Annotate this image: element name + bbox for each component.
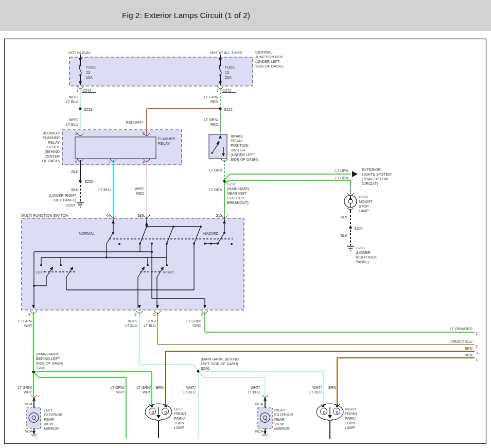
svg-text:LIGHTS SYSTEM: LIGHTS SYSTEM bbox=[362, 172, 392, 177]
svg-text:EXTERIOR: EXTERIOR bbox=[274, 412, 293, 417]
svg-text:NCA: NCA bbox=[25, 429, 32, 434]
svg-text:LT BLU: LT BLU bbox=[248, 390, 260, 394]
relay-pin-5: 5 bbox=[75, 160, 77, 164]
brake-switch-label: BRAKE bbox=[231, 134, 243, 139]
svg-text:LT GRN: LT GRN bbox=[335, 176, 348, 180]
mfs-pin-44: 44 bbox=[106, 213, 110, 218]
connector-c243-link[interactable]: C243 bbox=[82, 88, 91, 93]
nca-label: NCA bbox=[25, 402, 32, 406]
svg-text:LT GRN/: LT GRN/ bbox=[17, 385, 32, 390]
svg-text:LT GRN: LT GRN bbox=[209, 187, 222, 192]
mfs-pin-511: 511 bbox=[216, 213, 222, 218]
svg-text:LT GRN: LT GRN bbox=[335, 168, 348, 173]
connector-c242-link[interactable]: C242 bbox=[222, 88, 231, 93]
pin-1-right: 1 bbox=[216, 88, 218, 93]
svg-text:LT BLU: LT BLU bbox=[183, 390, 196, 394]
mfs-title: MULTI-FUNCTION SWITCH bbox=[21, 213, 68, 218]
exit-1-num: 1 bbox=[476, 331, 478, 336]
right-mirror-label: RIGHT bbox=[274, 408, 286, 412]
svg-text:TURN: TURN bbox=[174, 421, 184, 425]
exit-4-label: BRN bbox=[465, 353, 472, 357]
svg-text:FLASHER: FLASHER bbox=[43, 135, 60, 140]
svg-text:LT BLU: LT BLU bbox=[144, 323, 156, 328]
wiring-diagram-page: Fig 2: Exterior Lamps Circuit (1 of 2) bbox=[0, 0, 491, 448]
svg-text:LT BLU: LT BLU bbox=[66, 122, 78, 127]
flasher-relay-block bbox=[62, 130, 182, 165]
svg-text:WHT: WHT bbox=[24, 323, 33, 328]
g203-right-note: (LOWER bbox=[356, 250, 371, 255]
cjb-label: CENTRAL bbox=[255, 50, 273, 55]
svg-text:LT BLU: LT BLU bbox=[309, 390, 322, 394]
svg-text:BREAKOUT): BREAKOUT) bbox=[227, 200, 249, 205]
svg-text:VIEW: VIEW bbox=[274, 422, 284, 426]
svg-text:ORG: ORG bbox=[192, 323, 201, 328]
svg-text:NCA: NCA bbox=[255, 429, 263, 434]
svg-text:OF DASH): OF DASH) bbox=[42, 159, 60, 163]
feed-right-label: HOT AT ALL TIMES bbox=[210, 50, 242, 55]
wiring-diagram-canvas: HOT IN RUN HOT AT ALL TIMES FUSE 23 10A … bbox=[0, 0, 491, 448]
svg-text:10A: 10A bbox=[86, 75, 93, 80]
brn-label-right: BRN bbox=[328, 385, 336, 390]
ground-g203-right-label: G203 bbox=[356, 246, 365, 250]
splice-s231: S231 bbox=[227, 182, 236, 186]
exterior-lights-label: EXTERIOR bbox=[362, 167, 381, 172]
svg-text:NCA: NCA bbox=[255, 402, 263, 406]
svg-text:SIDE OF DASH): SIDE OF DASH) bbox=[231, 157, 258, 162]
svg-text:23: 23 bbox=[86, 70, 90, 75]
svg-text:BLOCK: BLOCK bbox=[47, 145, 60, 149]
svg-text:PEDAL: PEDAL bbox=[231, 139, 243, 143]
splice-s221: S221 bbox=[224, 107, 233, 112]
exit-2-label: ORG/LT BLU bbox=[451, 339, 472, 344]
svg-text:RELAY: RELAY bbox=[48, 140, 60, 145]
svg-text:VIEW: VIEW bbox=[44, 422, 54, 426]
svg-text:MOUNT: MOUNT bbox=[359, 199, 373, 204]
svg-text:RED: RED bbox=[211, 99, 218, 104]
left-lamp-label: LEFT bbox=[174, 407, 183, 411]
splice-s228: S228 bbox=[84, 107, 93, 112]
svg-text:CIRCUIT): CIRCUIT) bbox=[362, 181, 378, 186]
svg-text:TURN: TURN bbox=[345, 421, 355, 425]
svg-text:LAMP: LAMP bbox=[345, 425, 355, 430]
splice-s304: S304 bbox=[354, 226, 363, 231]
mfs-pin-2: 2 bbox=[134, 312, 136, 317]
svg-text:LT GRN/: LT GRN/ bbox=[136, 385, 151, 390]
svg-text:WHT: WHT bbox=[116, 390, 125, 394]
exit-1-label: LT GRN/ORG bbox=[450, 326, 472, 331]
svg-text:KICK PANEL): KICK PANEL) bbox=[54, 198, 76, 202]
svg-text:BLK: BLK bbox=[340, 215, 347, 219]
svg-text:SIDE OF DASH): SIDE OF DASH) bbox=[255, 64, 283, 68]
blk-label: BLK bbox=[71, 169, 78, 174]
svg-text:RED: RED bbox=[211, 122, 218, 127]
org-lt-blu-label: ORG/ bbox=[147, 319, 156, 323]
svg-text:WHT/: WHT/ bbox=[312, 385, 322, 390]
lt-grn-org-label: LT GRN/ bbox=[186, 319, 201, 323]
svg-text:FRONT: FRONT bbox=[345, 411, 358, 416]
brake-pedal-position-switch bbox=[209, 134, 227, 159]
svg-text:BEHIND LEFT: BEHIND LEFT bbox=[36, 356, 60, 361]
svg-text:BLK: BLK bbox=[71, 187, 78, 192]
flasher-relay-label: FLASHER bbox=[158, 136, 175, 141]
svg-text:SWITCH: SWITCH bbox=[231, 148, 245, 152]
svg-text:LT BLU: LT BLU bbox=[125, 323, 137, 328]
mfs-pin-9: 9 bbox=[201, 312, 203, 317]
svg-text:PARK/: PARK/ bbox=[174, 416, 185, 421]
relay-pin-3: 3 bbox=[143, 131, 145, 136]
svg-text:RIGHT KICK: RIGHT KICK bbox=[356, 255, 377, 260]
ground-g203-left-label: G203 bbox=[66, 203, 75, 208]
svg-text:WHT/: WHT/ bbox=[128, 319, 137, 323]
brn-label-left: BRN bbox=[156, 385, 164, 390]
mfs-normal-label: NORMAL bbox=[79, 231, 95, 236]
svg-text:STOP: STOP bbox=[359, 204, 369, 209]
mfs-pin-3: 3 bbox=[28, 312, 30, 317]
mfs-hazard-label: HAZARD bbox=[203, 231, 219, 236]
svg-text:(BEHIND: (BEHIND bbox=[44, 149, 60, 154]
right-lamp-label: RIGHT bbox=[345, 407, 357, 411]
svg-text:WHT/: WHT/ bbox=[69, 117, 78, 122]
pin-1-left: 1 bbox=[76, 88, 78, 93]
exit-3-num: 3 bbox=[476, 351, 478, 355]
relay-pin-1: 1 bbox=[109, 160, 111, 164]
svg-text:POSITION: POSITION bbox=[231, 143, 248, 148]
lt-grn-wht-label: LT GRN/ bbox=[18, 319, 32, 323]
splice-s202: S202 bbox=[84, 179, 93, 184]
s231-note: (MAIN HARN, bbox=[227, 186, 250, 191]
